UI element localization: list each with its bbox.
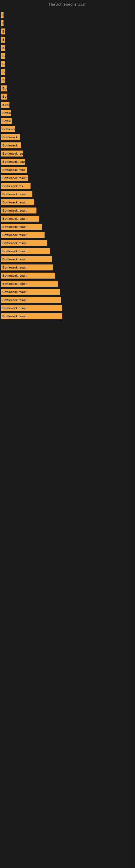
bar-label: Bottleneck result <box>2 217 27 220</box>
bar: Bottleneck result <box>1 248 50 254</box>
bar-row: Bottleneck result <box>1 304 135 312</box>
bar: B <box>1 12 3 18</box>
bar-row: Bo <box>1 36 135 43</box>
bar-label: Bottleneck result <box>2 233 27 237</box>
bar-label: Bottleneck r <box>2 144 20 147</box>
bar-row: Bottleneck res <box>1 133 135 141</box>
bar: Bo <box>1 29 5 34</box>
bar-label: Bottleneck res <box>2 184 23 188</box>
bar-row: Bottleneck result <box>1 272 135 279</box>
bar-row: Bottleneck res <box>1 182 135 190</box>
bar: Bottleneck r <box>1 143 21 148</box>
bar-label: Bottleneck result <box>2 241 27 245</box>
bar-row: Bottleneck result <box>1 264 135 271</box>
bar: Bot <box>1 86 7 91</box>
bar: Bo <box>1 37 5 42</box>
bar-label: Bo <box>2 38 5 41</box>
bar-row: Bot <box>1 85 135 92</box>
bar: Bottleneck result <box>1 208 37 214</box>
bar: Bo <box>1 45 5 51</box>
bar: Bottleneck result <box>1 175 28 181</box>
bar: Bottleneck <box>1 126 15 132</box>
bar-label: Bottle <box>2 103 9 106</box>
bar: Bottleneck result <box>1 265 53 271</box>
bar-row: Bottleneck result <box>1 223 135 230</box>
bar-row: Bottleneck result <box>1 280 135 287</box>
bar-label: Bottleneck result <box>2 193 27 196</box>
bar-label: Bo <box>2 62 5 66</box>
bar-label: B <box>2 13 3 17</box>
bar-row: B <box>1 20 135 27</box>
bar-row: Bottleneck result <box>1 174 135 182</box>
bar-label: Bottleneck result <box>2 266 27 269</box>
bar-row: Bo <box>1 28 135 35</box>
bar: Bottleneck result <box>1 289 60 295</box>
bar-label: Bo <box>2 46 5 50</box>
bar: Bottle <box>1 110 11 116</box>
bar-row: Bottleneck result <box>1 207 135 214</box>
bar: Bottle <box>1 102 9 108</box>
bar-label: Bottle <box>2 111 11 115</box>
bar: Bottleneck result <box>1 273 55 279</box>
bar-label: Bottleneck result <box>2 225 27 228</box>
bar-label: Bottleneck result <box>2 176 27 180</box>
bar-label: Bo <box>2 70 5 74</box>
bar: Bo <box>1 77 5 83</box>
bar: Bottleneck resu <box>1 167 27 173</box>
bar-label: Bottleneck result <box>2 258 27 261</box>
bar: Bottleneck result <box>1 199 34 205</box>
bar-row: Bottleneck result <box>1 288 135 296</box>
bar-row: Bottleneck result <box>1 158 135 165</box>
bar-label: Bottleneck result <box>2 209 27 212</box>
bar-row: Bott <box>1 93 135 100</box>
bar: Bottleneck res <box>1 134 20 140</box>
bar-label: Bottleneck result <box>2 160 25 163</box>
bar-row: Bottleneck result <box>1 296 135 304</box>
bar-label: Bottleneck resu <box>2 152 23 155</box>
bar: Bottleneck result <box>1 232 45 238</box>
bar-label: Bottleneck result <box>2 307 27 310</box>
bar-label: Bo <box>2 54 5 58</box>
bar-row: Bottle <box>1 109 135 117</box>
bar-label: Bottleneck res <box>2 135 20 139</box>
bar: Bottleneck result <box>1 216 39 222</box>
bar-row: Bo <box>1 68 135 76</box>
bar: Bottleneck result <box>1 256 52 262</box>
bar-row: Bo <box>1 44 135 52</box>
bar-label: Bottleneck resu <box>2 168 25 172</box>
bar: Bottle <box>1 118 12 124</box>
bar-label: Bot <box>2 87 7 90</box>
bar-row: Bottle <box>1 117 135 125</box>
bar-row: Bo <box>1 52 135 60</box>
bar: B <box>1 20 3 26</box>
bar-row: Bottleneck <box>1 125 135 133</box>
bar-label: Bottleneck result <box>2 250 27 253</box>
bar: Bottleneck result <box>1 313 62 319</box>
bar-label: Bottle <box>2 119 11 123</box>
bar-label: Bottleneck result <box>2 282 27 285</box>
bar: Bottleneck result <box>1 224 42 230</box>
bar-row: Bottleneck result <box>1 198 135 206</box>
bar-row: Bottleneck result <box>1 255 135 263</box>
bar-label: Bottleneck result <box>2 201 27 204</box>
bar-row: Bottle <box>1 101 135 108</box>
bar-label: Bottleneck result <box>2 315 27 318</box>
bars-container: BBBoBoBoBoBoBoBoBotBottBottleBottleBottl… <box>0 9 135 323</box>
bar-row: Bottleneck r <box>1 142 135 149</box>
bar-label: Bott <box>2 95 7 98</box>
bar: Bottleneck result <box>1 191 32 197</box>
bar-row: Bottleneck result <box>1 190 135 198</box>
bar-row: Bottleneck result <box>1 215 135 222</box>
bar: Bottleneck result <box>1 240 47 246</box>
bar-label: Bo <box>2 79 5 82</box>
bar: Bottleneck result <box>1 297 61 303</box>
bar-row: Bottleneck resu <box>1 166 135 174</box>
bar: Bottleneck result <box>1 281 58 287</box>
bar-row: Bo <box>1 76 135 84</box>
bar-label: B <box>2 22 3 25</box>
bar: Bottleneck resu <box>1 151 23 156</box>
bar: Bottleneck result <box>1 305 62 311</box>
bar: Bo <box>1 61 5 67</box>
site-title: TheBottlenecker.com <box>0 0 135 9</box>
bar-row: Bo <box>1 60 135 68</box>
